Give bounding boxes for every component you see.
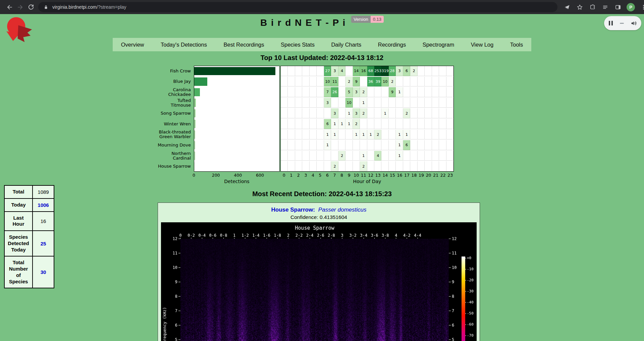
chart-row: House Sparrow22 bbox=[157, 161, 454, 172]
heatmap-cell bbox=[410, 98, 417, 108]
heatmap-cell: 1 bbox=[396, 130, 403, 140]
nav-item-daily-charts[interactable]: Daily Charts bbox=[330, 42, 363, 48]
nav-item-species-stats[interactable]: Species Stats bbox=[279, 42, 316, 48]
hour-axis-tick: 4 bbox=[312, 173, 314, 178]
hour-axis-tick: 10 bbox=[354, 173, 359, 178]
heatmap-cell bbox=[389, 151, 396, 161]
heatmap-cell bbox=[403, 151, 410, 161]
address-bar[interactable]: virginia.birdnetpi.com/?stream=play bbox=[38, 2, 557, 12]
extensions-puzzle-icon[interactable] bbox=[588, 3, 597, 11]
heatmap-cell bbox=[281, 66, 288, 76]
hour-axis-tick: 12 bbox=[368, 173, 373, 178]
heatmap-cell bbox=[425, 87, 432, 97]
heatmap-cell bbox=[288, 161, 295, 171]
hour-axis-tick: 0 bbox=[283, 173, 285, 178]
url-text: virginia.birdnetpi.com/?stream=play bbox=[52, 4, 126, 10]
browser-toolbar: virginia.birdnetpi.com/?stream=play P bbox=[0, 0, 644, 14]
nav-item-recordings[interactable]: Recordings bbox=[377, 42, 407, 48]
heatmap-cell bbox=[439, 161, 446, 171]
hour-axis-tick: 14 bbox=[382, 173, 388, 178]
nav-item-view-log[interactable]: View Log bbox=[470, 42, 495, 48]
nav-bar: OverviewToday's DetectionsBest Recording… bbox=[113, 38, 531, 51]
heatmap-cell bbox=[310, 151, 317, 161]
hour-axis-tick: 11 bbox=[361, 173, 366, 178]
bar-cell bbox=[194, 87, 280, 98]
back-button[interactable] bbox=[4, 2, 15, 12]
browser-menu-icon[interactable] bbox=[639, 3, 644, 11]
heatmap-cell bbox=[432, 77, 439, 87]
hour-axis-tick: 13 bbox=[375, 173, 381, 178]
heatmap-cell bbox=[425, 98, 432, 108]
heatmap-cell bbox=[418, 140, 425, 150]
audio-player[interactable] bbox=[604, 16, 641, 30]
heatmap-cell bbox=[403, 98, 410, 108]
hour-axis-label: Hour of Day bbox=[353, 179, 381, 184]
heatmap-cell: 6 bbox=[403, 66, 410, 76]
bar-cell bbox=[194, 108, 280, 119]
heatmap-cell bbox=[410, 161, 417, 171]
heatmap-cell: 9 bbox=[353, 77, 360, 87]
send-extension-icon[interactable] bbox=[563, 3, 571, 11]
heatmap-cell bbox=[345, 66, 353, 76]
heatmap-cell: 1 bbox=[353, 130, 360, 140]
forward-button[interactable] bbox=[15, 2, 25, 12]
bar-axis-tick: 600 bbox=[256, 173, 264, 178]
heatmap-cell bbox=[353, 151, 360, 161]
stats-value[interactable]: 1006 bbox=[33, 198, 54, 212]
heatmap-cell bbox=[331, 98, 338, 108]
nav-item-today-s-detections[interactable]: Today's Detections bbox=[159, 42, 208, 48]
heatmap-cell bbox=[425, 77, 432, 87]
heatmap-cell bbox=[446, 119, 453, 129]
heatmap-cell: 3 bbox=[353, 108, 360, 118]
heatmap-cell: 26 bbox=[331, 87, 338, 97]
heatmap-cell bbox=[389, 140, 396, 150]
heatmap-cell: 3 bbox=[353, 87, 360, 97]
stats-value[interactable]: 30 bbox=[33, 256, 54, 288]
reload-button[interactable] bbox=[25, 2, 36, 12]
nav-item-spectrogram[interactable]: Spectrogram bbox=[421, 42, 455, 48]
lock-icon[interactable] bbox=[43, 4, 49, 10]
heatmap-cell: 3 bbox=[324, 98, 331, 108]
heatmap-row: 116 bbox=[280, 140, 454, 151]
hour-axis-tick: 7 bbox=[333, 173, 336, 178]
chart-row: Fish Crow273414166825331928362 bbox=[157, 66, 454, 76]
heatmap-cell bbox=[345, 151, 353, 161]
bookmark-star-icon[interactable] bbox=[576, 3, 584, 11]
pause-button[interactable] bbox=[608, 20, 613, 26]
top10-heading: Top 10 Last Updated: 2022-04-13 18:12 bbox=[0, 54, 644, 62]
heatmap-cell bbox=[425, 161, 432, 171]
heatmap-cell: 1 bbox=[331, 119, 338, 129]
nav-item-tools[interactable]: Tools bbox=[509, 42, 525, 48]
stats-value[interactable]: 25 bbox=[33, 231, 54, 256]
heatmap-cell: 36 bbox=[367, 77, 374, 87]
heatmap-cell bbox=[446, 161, 453, 171]
heatmap-cell: 2 bbox=[338, 151, 345, 161]
heatmap-cell: 7 bbox=[324, 87, 331, 97]
heatmap-cell: 9 bbox=[389, 87, 396, 97]
hour-axis-tick: 22 bbox=[440, 173, 446, 178]
detection-common-name[interactable]: House Sparrow: bbox=[271, 207, 315, 213]
heatmap-cell: 28 bbox=[389, 66, 396, 76]
reading-list-icon[interactable] bbox=[601, 3, 609, 11]
side-panel-icon[interactable] bbox=[614, 3, 622, 11]
nav-item-best-recordings[interactable]: Best Recordings bbox=[222, 42, 265, 48]
heatmap-cell: 1 bbox=[396, 151, 403, 161]
heatmap-cell: 3 bbox=[331, 108, 338, 118]
heatmap-cell bbox=[310, 108, 317, 118]
hour-axis-tick: 1 bbox=[290, 173, 292, 178]
app-title: B i r d N E T - P i bbox=[260, 17, 346, 28]
heatmap-cell bbox=[317, 66, 324, 76]
stats-body: Total1089Today1006Last Hour16Species Det… bbox=[4, 185, 54, 288]
heatmap-cell bbox=[310, 98, 317, 108]
heatmap-cell bbox=[310, 119, 317, 129]
heatmap-cell: 1 bbox=[331, 130, 338, 140]
profile-avatar[interactable]: P bbox=[627, 3, 635, 11]
heatmap-cell bbox=[288, 108, 295, 118]
heatmap-cell: 6 bbox=[403, 140, 410, 150]
detection-count-bar bbox=[194, 130, 195, 139]
stats-row: Today1006 bbox=[4, 198, 54, 212]
chart-row: CarolinaChickadee72653291 bbox=[157, 87, 454, 98]
heatmap-cell bbox=[295, 161, 302, 171]
nav-item-overview[interactable]: Overview bbox=[120, 42, 146, 48]
volume-button[interactable] bbox=[631, 20, 637, 26]
